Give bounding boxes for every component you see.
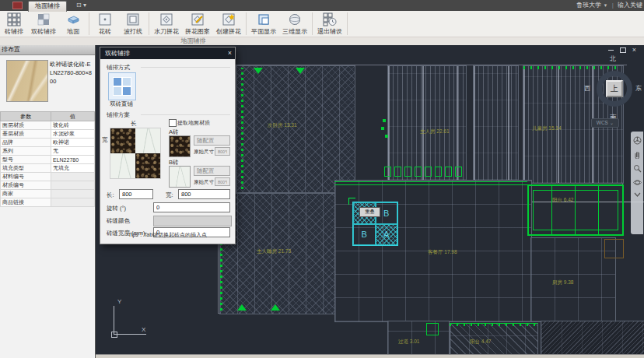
room-master-planks[interactable]: [387, 65, 467, 181]
drawing-window-controls: ×: [608, 47, 636, 53]
accent-tile-icon: [98, 12, 112, 26]
gap-color-swatch[interactable]: [153, 216, 232, 226]
tile-cell-hatched[interactable]: 重叠: [353, 202, 376, 224]
tab-floor-paving[interactable]: 地面辅排: [28, 1, 67, 12]
three-d-view-icon: [288, 12, 302, 26]
button-waterjet-parquet[interactable]: 水刀拼花: [151, 11, 182, 36]
material-thumbnail[interactable]: [6, 60, 48, 102]
table-row[interactable]: 材料编号: [1, 173, 95, 181]
table-row[interactable]: 品牌欧神诺: [1, 139, 95, 147]
button-3d-view[interactable]: 三维显示: [279, 11, 310, 36]
table-row[interactable]: 商品链接: [1, 198, 95, 207]
button-accent-tile[interactable]: 花砖: [91, 11, 119, 36]
room-bedroom2-herringbone[interactable]: [236, 65, 355, 193]
balcony-divider: [575, 186, 576, 234]
button-two-tile-paving[interactable]: 双砖辅排: [28, 11, 59, 36]
room-label: 次卧房 13.31: [268, 122, 297, 129]
dialog-close-icon[interactable]: ×: [228, 47, 232, 59]
button-label: 砖辅排: [5, 27, 23, 36]
tile-b-thumbnail[interactable]: [169, 166, 191, 188]
room-balcony-diagonal[interactable]: [450, 323, 538, 354]
room-planks-small[interactable]: [473, 65, 519, 181]
tile-letter: A: [383, 230, 389, 239]
wcs-badge[interactable]: WCS ⌄: [591, 118, 619, 128]
table-row[interactable]: 面层材质玻化砖: [1, 121, 95, 130]
status-strip: [95, 354, 644, 358]
two-tile-straight-icon: [113, 77, 131, 96]
green-wall-line: [334, 181, 527, 182]
quick-access-toolbar[interactable]: ⊡ ▾: [76, 2, 86, 9]
button-floor[interactable]: 地面: [59, 11, 87, 36]
close-icon[interactable]: ×: [632, 47, 636, 53]
tile-a-thumbnail[interactable]: [169, 135, 191, 157]
room-balcony-green[interactable]: [527, 184, 624, 236]
pan-hand-icon[interactable]: [633, 150, 642, 159]
param-cell: 材质编号: [1, 181, 51, 190]
value-cell: 欧神诺: [51, 139, 95, 147]
table-row[interactable]: 基层材质水泥砂浆: [1, 130, 95, 139]
button-label: 平面显示: [251, 27, 276, 36]
tile-b-config-field: [194, 166, 230, 176]
length-input[interactable]: [119, 189, 153, 199]
parquet-pattern-icon: [191, 12, 205, 26]
table-row[interactable]: 系列无: [1, 147, 95, 156]
green-door-squares: [384, 166, 465, 180]
viewcube-top-face[interactable]: 上: [606, 80, 623, 97]
tile-a-config-field: [194, 135, 230, 146]
navigation-bar[interactable]: [631, 132, 643, 234]
compass-west[interactable]: 西: [584, 84, 590, 93]
table-header-row: 参数 值: [1, 112, 95, 121]
table-row[interactable]: 填充类型无填充: [1, 164, 95, 173]
param-cell: 填充类型: [1, 164, 51, 173]
search-input[interactable]: 输入关键: [618, 2, 642, 9]
section-paving-method: 铺排方式: [107, 64, 130, 72]
button-create-parquet[interactable]: 创建拼花: [213, 11, 244, 36]
ucs-y-axis: [114, 306, 114, 334]
room-corridor-grid[interactable]: [387, 321, 450, 354]
button-label: 退出辅设: [317, 27, 342, 36]
width-input[interactable]: [178, 189, 230, 199]
chevron-down-icon[interactable]: ▼: [604, 3, 608, 8]
ucs-x-axis: [114, 334, 146, 335]
table-row[interactable]: 材质编号: [1, 181, 95, 190]
tile-cell-b[interactable]: B: [353, 224, 376, 246]
material-panel-title[interactable]: 排布置: [0, 44, 95, 55]
button-border-line[interactable]: 波打线: [119, 11, 147, 36]
room-dark-hatch[interactable]: [541, 321, 644, 354]
method-option-two-tile-straight[interactable]: [108, 72, 136, 100]
room-label: 厨房 9.38: [552, 279, 573, 286]
tile-cell-a[interactable]: A: [376, 224, 398, 246]
restore-icon[interactable]: [620, 47, 626, 53]
extract-floor-material-checkbox[interactable]: [169, 119, 177, 127]
orbit-icon[interactable]: [633, 178, 642, 187]
compass-east[interactable]: 东: [635, 84, 642, 93]
minimize-icon[interactable]: [608, 50, 614, 51]
zoom-icon[interactable]: [633, 164, 642, 173]
ribbon: 砖辅排 双砖辅排 地面 花砖 波打线 水刀拼花 拼花图案: [0, 11, 644, 37]
button-tile-paving[interactable]: 砖辅排: [0, 11, 28, 36]
green-triangle-marker: [296, 68, 305, 74]
dialog-title[interactable]: 双砖辅排: [100, 47, 235, 59]
steering-wheel-icon[interactable]: [633, 136, 642, 145]
rotate-input[interactable]: [153, 202, 230, 212]
value-cell: [51, 173, 95, 181]
button-parquet-pattern[interactable]: 拼花图案: [182, 11, 213, 36]
account-menu[interactable]: 鲁班大学: [576, 2, 601, 9]
green-marker-dot: [381, 127, 384, 130]
viewcube-label: 上: [611, 83, 618, 94]
button-label: 花砖: [99, 27, 111, 36]
button-plan-view[interactable]: 平面显示: [248, 11, 279, 36]
divider: |: [612, 2, 614, 9]
table-row[interactable]: 商家: [1, 190, 95, 198]
app-icon[interactable]: [12, 2, 23, 9]
compass-north[interactable]: 北: [610, 54, 616, 63]
button-exit-paving[interactable]: 退出辅设: [314, 11, 345, 36]
table-row[interactable]: 型号ELN22780: [1, 156, 95, 164]
chevron-down-icon[interactable]: [634, 192, 641, 197]
value-cell: 无填充: [51, 164, 95, 173]
room-label: 阳台 6.42: [552, 197, 573, 204]
header-param: 参数: [1, 112, 51, 121]
grid-icon: [7, 12, 21, 26]
tile-placement-block[interactable]: 重叠 B B A: [352, 202, 398, 246]
param-cell: 材料编号: [1, 173, 51, 181]
